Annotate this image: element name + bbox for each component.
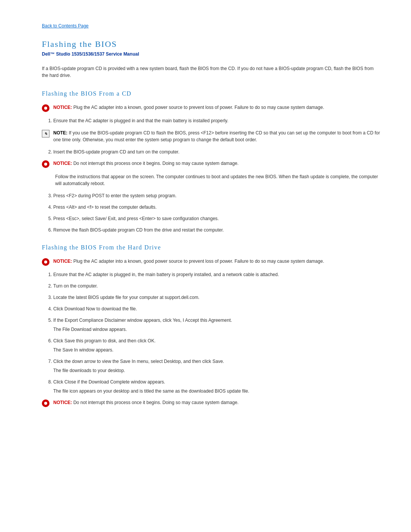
notice-hd-1-label: NOTICE: <box>53 259 72 264</box>
intro-text: If a BIOS-update program CD is provided … <box>42 65 381 79</box>
steps-list-hd: Ensure that the AC adapter is plugged in… <box>49 271 381 395</box>
page-subtitle: Dell™ Studio 1535/1536/1537 Service Manu… <box>42 51 381 57</box>
notice-icon-cd-1 <box>42 104 49 112</box>
cd-step-2: Insert the BIOS-update program CD and tu… <box>53 149 381 155</box>
notice-cd-1-text: NOTICE: Plug the AC adapter into a known… <box>53 104 324 111</box>
hd-step-8: Click Close if the Download Complete win… <box>53 379 381 395</box>
follow-text-cd: Follow the instructions that appear on t… <box>55 173 381 187</box>
back-to-contents-link[interactable]: Back to Contents Page <box>42 23 89 29</box>
note-cd-1: ✎ NOTE: If you use the BIOS-update progr… <box>42 129 381 143</box>
cd-step-5: Press <Esc>, select Save/ Exit, and pres… <box>53 215 381 222</box>
note-icon-cd-1: ✎ <box>42 130 49 137</box>
hd-step-7-sub: The file downloads to your desktop. <box>53 367 381 374</box>
notice-icon-hd-1 <box>42 258 49 266</box>
cd-step-4: Press <Alt> and <f> to reset the compute… <box>53 204 381 211</box>
hd-step-5-sub: The File Download window appears. <box>53 326 381 333</box>
steps-list-cd-3: Press <F2> during POST to enter the syst… <box>49 192 381 233</box>
notice-hd-2: NOTICE: Do not interrupt this process on… <box>42 399 381 407</box>
cd-step-3: Press <F2> during POST to enter the syst… <box>53 192 381 199</box>
section-cd-title: Flashing the BIOS From a CD <box>42 90 381 97</box>
hd-step-6: Click Save this program to disk, and the… <box>53 337 381 353</box>
notice-cd-2-text: NOTICE: Do not interrupt this process on… <box>53 160 239 167</box>
notice-cd-1-label: NOTICE: <box>53 105 72 110</box>
hd-step-6-sub: The Save In window appears. <box>53 347 381 353</box>
hd-step-2: Turn on the computer. <box>53 283 381 289</box>
notice-hd-1-text: NOTICE: Plug the AC adapter into a known… <box>53 258 324 265</box>
hd-step-3: Locate the latest BIOS update file for y… <box>53 294 381 301</box>
notice-icon-cd-2 <box>42 160 49 168</box>
note-cd-1-text: NOTE: If you use the BIOS-update program… <box>53 129 381 143</box>
cd-step-1: Ensure that the AC adapter is plugged in… <box>53 117 381 124</box>
notice-hd-2-label: NOTICE: <box>53 400 72 405</box>
hd-step-5: If the Export Compliance Disclaimer wind… <box>53 317 381 333</box>
page-title: Flashing the BIOS <box>42 39 381 49</box>
hd-step-7: Click the down arrow to view the Save In… <box>53 358 381 374</box>
note-cd-1-label: NOTE: <box>53 130 67 136</box>
notice-cd-2-label: NOTICE: <box>53 161 72 166</box>
notice-hd-1: NOTICE: Plug the AC adapter into a known… <box>42 258 381 266</box>
notice-icon-hd-2 <box>42 399 49 407</box>
cd-step-6: Remove the flash BIOS-update program CD … <box>53 227 381 233</box>
hd-step-1: Ensure that the AC adapter is plugged in… <box>53 271 381 278</box>
steps-list-cd-2: Insert the BIOS-update program CD and tu… <box>49 149 381 155</box>
steps-list-cd: Ensure that the AC adapter is plugged in… <box>49 117 381 124</box>
section-hd-title: Flashing the BIOS From the Hard Drive <box>42 244 381 251</box>
hd-step-8-sub: The file icon appears on your desktop an… <box>53 388 381 395</box>
hd-step-4: Click Download Now to download the file. <box>53 305 381 312</box>
notice-cd-1: NOTICE: Plug the AC adapter into a known… <box>42 104 381 112</box>
notice-cd-2: NOTICE: Do not interrupt this process on… <box>42 160 381 168</box>
notice-hd-2-text: NOTICE: Do not interrupt this process on… <box>53 399 239 406</box>
